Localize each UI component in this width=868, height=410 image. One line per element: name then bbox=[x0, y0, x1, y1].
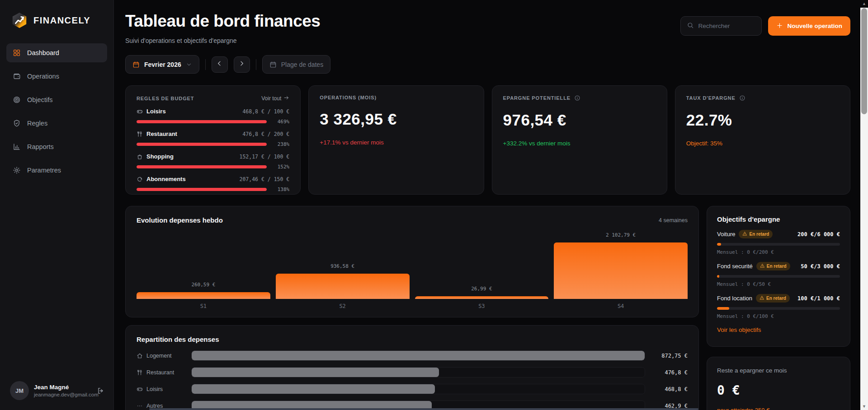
date-range-button[interactable]: Plage de dates bbox=[262, 55, 330, 74]
scroll-down-icon[interactable]: ▼ bbox=[860, 404, 868, 410]
goal-value: 50 €/3 000 € bbox=[801, 263, 840, 270]
chart-category-label: S3 bbox=[415, 303, 549, 309]
sidebar-item-operations[interactable]: Operations bbox=[6, 67, 107, 86]
chevron-down-icon bbox=[186, 61, 192, 68]
stat-card: EPARGNE POTENTIELLE 976,54 € +332.2% vs … bbox=[492, 85, 667, 195]
search-input[interactable] bbox=[698, 23, 752, 29]
prev-month-button[interactable] bbox=[212, 56, 228, 73]
bar-chart-categories: S1S2S3S4 bbox=[137, 303, 688, 309]
stat-delta: +332.2% vs dernier mois bbox=[503, 140, 656, 147]
breakdown-value: 872,75 € bbox=[652, 353, 688, 359]
remaining-savings-label: Reste a epargner ce mois bbox=[717, 367, 840, 374]
horizontal-scrollbar[interactable] bbox=[149, 408, 698, 410]
breakdown-bar bbox=[191, 367, 645, 377]
info-icon[interactable] bbox=[574, 95, 580, 101]
scroll-up-icon[interactable]: ▲ bbox=[860, 0, 868, 8]
date-range-label: Plage de dates bbox=[281, 61, 323, 68]
budget-rule-value: 476,8 € / 200 € bbox=[242, 131, 289, 137]
chart-column: 936,58 € bbox=[276, 263, 410, 299]
budget-rule-value: 207,46 € / 150 € bbox=[239, 176, 289, 182]
goal-monthly: Mensuel : 0 €/50 € bbox=[717, 281, 840, 287]
search-box[interactable] bbox=[680, 16, 762, 36]
vertical-scrollbar[interactable]: ▲ ▼ bbox=[860, 0, 868, 410]
remaining-savings-value: 0 € bbox=[717, 383, 840, 398]
budget-rule-percent: 152% bbox=[271, 164, 289, 170]
target-icon bbox=[13, 96, 21, 104]
shield-check-icon bbox=[13, 119, 21, 127]
app-name: FINANCELY bbox=[33, 15, 90, 26]
scrollbar-thumb[interactable] bbox=[861, 8, 867, 114]
page-title: Tableau de bord finances bbox=[125, 12, 320, 31]
breakdown-title: Repartition des depenses bbox=[137, 335, 688, 343]
view-all-link[interactable]: Voir tout bbox=[261, 95, 289, 102]
warning-icon bbox=[760, 295, 764, 301]
breakdown-row: Loisirs 468,8 € bbox=[137, 384, 688, 394]
chart-category-label: S2 bbox=[276, 303, 410, 309]
chart-column: 26,99 € bbox=[415, 286, 549, 299]
calendar-range-icon bbox=[269, 61, 277, 68]
budget-rule-name: Abonnements bbox=[146, 176, 186, 182]
late-badge: En retard bbox=[756, 294, 790, 303]
logout-icon[interactable] bbox=[97, 387, 104, 395]
refresh-icon bbox=[137, 176, 143, 182]
savings-target-label: pour atteindre 350 € bbox=[717, 407, 840, 410]
late-badge: En retard bbox=[739, 230, 773, 238]
goal-name: Fond location bbox=[717, 295, 752, 302]
grid-icon bbox=[13, 49, 21, 57]
stat-value: 22.7% bbox=[686, 111, 839, 129]
goal-progress bbox=[717, 275, 840, 278]
new-operation-button[interactable]: Nouvelle operation bbox=[768, 16, 850, 36]
calendar-icon bbox=[132, 61, 140, 68]
chart-bar[interactable] bbox=[554, 242, 688, 299]
budget-rules-card: REGLES DE BUDGET Voir tout Loisirs 468,8… bbox=[125, 85, 301, 195]
gamepad-icon bbox=[137, 108, 143, 115]
chart-category-label: S4 bbox=[554, 303, 688, 309]
sidebar-item-regles[interactable]: Regles bbox=[6, 114, 107, 133]
chart-range-label: 4 semaines bbox=[659, 217, 688, 224]
breakdown-row: Logement 872,75 € bbox=[137, 350, 688, 361]
view-goals-link[interactable]: Voir les objectifs bbox=[717, 326, 840, 333]
gear-icon bbox=[13, 166, 21, 174]
month-selector[interactable]: Fevrier 2026 bbox=[125, 55, 199, 74]
sidebar-item-parametres[interactable]: Parametres bbox=[6, 161, 107, 180]
budget-rule-name: Restaurant bbox=[146, 130, 177, 137]
sidebar-item-objectifs[interactable]: Objectifs bbox=[6, 90, 107, 109]
budget-rule-progress bbox=[137, 165, 267, 168]
goals-title: Objectifs d'epargne bbox=[717, 215, 840, 223]
sidebar-item-rapports[interactable]: Rapports bbox=[6, 137, 107, 156]
avatar: JM bbox=[10, 381, 29, 400]
stat-card: OPERATIONS (MOIS) 3 326,95 € +17.1% vs d… bbox=[308, 85, 484, 195]
goal-progress bbox=[717, 307, 840, 310]
breakdown-name: Restaurant bbox=[146, 369, 174, 376]
home-icon bbox=[137, 353, 143, 359]
user-name: Jean Magné bbox=[34, 384, 92, 391]
utensils-icon bbox=[137, 131, 143, 137]
budget-rule-name: Shopping bbox=[146, 153, 174, 160]
financely-logo-icon bbox=[11, 12, 28, 29]
wallet-icon bbox=[13, 72, 21, 80]
breakdown-value: 476,8 € bbox=[652, 369, 688, 376]
late-badge: En retard bbox=[756, 262, 790, 270]
stat-value: 976,54 € bbox=[503, 111, 656, 129]
stat-value: 3 326,95 € bbox=[320, 110, 472, 128]
app-logo: FINANCELY bbox=[0, 0, 113, 37]
bar-chart: 260,59 € 936,58 € 26,99 € 2 102,79 € bbox=[137, 228, 688, 299]
stat-label: EPARGNE POTENTIELLE bbox=[503, 95, 571, 101]
budget-rule-row: Shopping 152,17 € / 100 € 152% bbox=[137, 153, 289, 170]
chart-bar[interactable] bbox=[276, 274, 410, 299]
breakdown-bar bbox=[191, 384, 645, 394]
stat-label: OPERATIONS (MOIS) bbox=[320, 95, 377, 100]
savings-goal-row: Voiture En retard 200 €/6 000 € Mensuel … bbox=[717, 230, 840, 255]
budget-rule-value: 152,17 € / 100 € bbox=[239, 154, 289, 160]
next-month-button[interactable] bbox=[234, 56, 250, 73]
chart-column: 260,59 € bbox=[137, 282, 270, 299]
sidebar-nav: Dashboard Operations Objectifs Regles Ra… bbox=[0, 37, 113, 186]
chart-bar[interactable] bbox=[137, 292, 270, 299]
goal-value: 100 €/1 000 € bbox=[797, 295, 840, 302]
chart-title: Evolution depenses hebdo bbox=[137, 216, 223, 224]
chart-column: 2 102,79 € bbox=[554, 232, 688, 299]
sidebar-item-dashboard[interactable]: Dashboard bbox=[6, 43, 107, 62]
info-icon[interactable] bbox=[739, 95, 745, 101]
sidebar: FINANCELY Dashboard Operations Objectifs… bbox=[0, 0, 114, 410]
chart-bar[interactable] bbox=[415, 296, 549, 299]
